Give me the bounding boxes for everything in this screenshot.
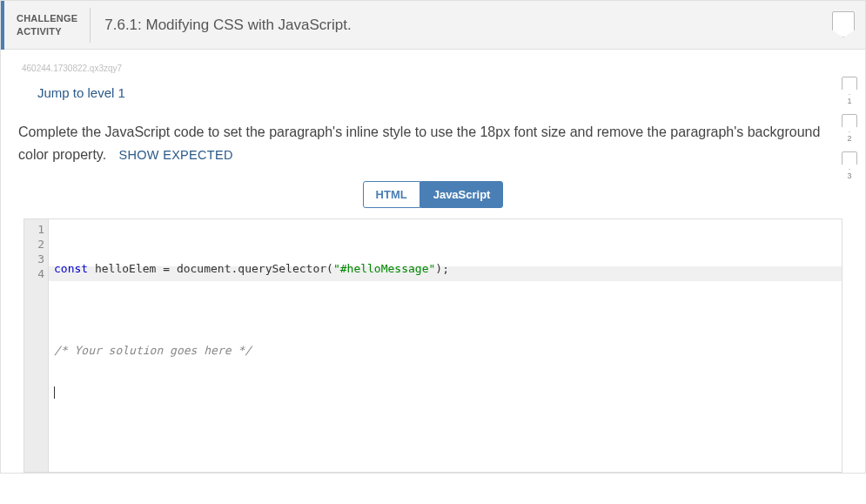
text-cursor: [54, 386, 55, 399]
level-shield[interactable]: 1: [842, 77, 857, 105]
level-number: 2: [847, 134, 851, 143]
level-progress-sidebar: 1 2 3: [842, 77, 857, 185]
level-shield[interactable]: 3: [842, 151, 857, 180]
code-line: /* Your solution goes here */: [54, 343, 842, 358]
code-editor[interactable]: 1 2 3 4 const helloElem = document.query…: [23, 218, 843, 473]
challenge-title: 7.6.1: Modifying CSS with JavaScript.: [91, 17, 351, 34]
jump-to-level-link[interactable]: Jump to level 1: [37, 85, 125, 100]
code-line: [54, 384, 842, 399]
token-keyword: const: [54, 262, 88, 275]
token-identifier: helloElem = document.querySelector(: [88, 262, 333, 275]
level-number: 1: [847, 97, 851, 105]
token-string: "#helloMessage": [333, 262, 435, 275]
challenge-header: CHALLENGE ACTIVITY 7.6.1: Modifying CSS …: [1, 1, 865, 50]
header-label-line2: ACTIVITY: [17, 25, 77, 37]
code-line: [54, 302, 842, 317]
shield-icon: [842, 151, 857, 170]
level-number: 3: [847, 171, 851, 180]
line-number: 1: [24, 222, 44, 237]
header-label: CHALLENGE ACTIVITY: [4, 8, 91, 43]
header-label-line1: CHALLENGE: [17, 12, 77, 24]
line-number: 3: [24, 252, 44, 266]
shield-icon: [842, 77, 857, 95]
tab-html[interactable]: HTML: [363, 181, 420, 208]
activity-id: 460244.1730822.qx3zqy7: [22, 64, 848, 73]
tab-javascript[interactable]: JavaScript: [420, 181, 504, 208]
token-comment: /* Your solution goes here */: [54, 344, 252, 357]
instructions-text: Complete the JavaScript code to set the …: [18, 121, 848, 165]
token-punct: );: [435, 262, 449, 275]
line-number: 4: [24, 266, 44, 281]
line-number: 2: [24, 237, 44, 252]
show-expected-link[interactable]: SHOW EXPECTED: [119, 148, 233, 162]
code-line: const helloElem = document.querySelector…: [54, 261, 842, 276]
shield-icon: [832, 11, 855, 37]
code-area[interactable]: const helloElem = document.querySelector…: [49, 219, 842, 472]
shield-icon: [842, 114, 857, 132]
editor-tabs: HTML JavaScript: [18, 181, 848, 208]
line-gutter: 1 2 3 4: [24, 219, 49, 472]
level-shield[interactable]: 2: [842, 114, 857, 143]
